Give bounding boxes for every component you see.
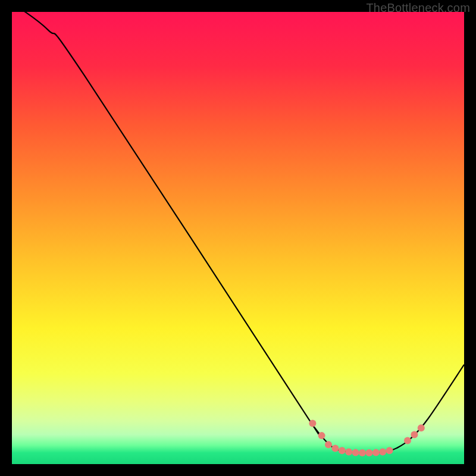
data-dot [345, 448, 352, 455]
data-dot [386, 447, 393, 454]
data-dot [365, 449, 372, 456]
data-dot [404, 437, 411, 444]
gradient-background [12, 12, 464, 464]
data-dot [418, 424, 425, 431]
data-dot [411, 431, 418, 439]
data-dot [359, 449, 366, 456]
data-dot [352, 449, 359, 456]
chart-frame: TheBottleneck.com [0, 0, 476, 476]
bottleneck-chart [12, 12, 464, 464]
data-dot [331, 444, 339, 452]
data-dot [325, 441, 332, 448]
data-dot [379, 448, 386, 455]
data-dot [339, 447, 346, 454]
data-dot [318, 432, 325, 439]
data-dot [372, 449, 380, 456]
data-dot [309, 420, 316, 427]
